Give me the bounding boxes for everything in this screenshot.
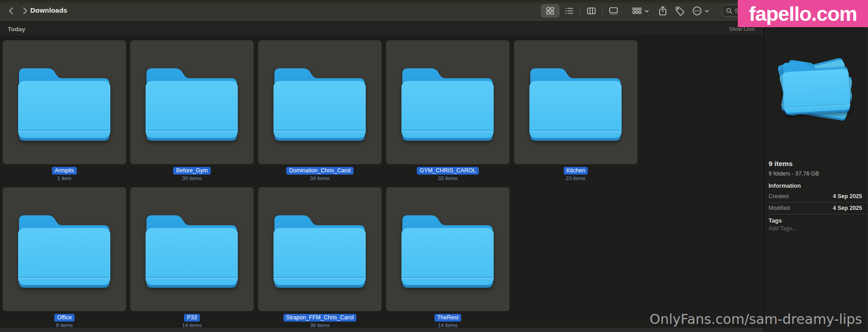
folder-icon bbox=[142, 205, 241, 291]
divider bbox=[769, 214, 868, 214]
folder-tile[interactable] bbox=[258, 187, 382, 311]
folder-tile[interactable] bbox=[258, 40, 382, 164]
folder-tile[interactable] bbox=[130, 40, 254, 164]
icon-view-button[interactable] bbox=[541, 4, 560, 18]
created-row: Created 4 Sep 2025 bbox=[769, 193, 862, 201]
folder-tile[interactable] bbox=[3, 187, 126, 311]
folder-cell: Office 8 items bbox=[3, 187, 126, 328]
back-button[interactable] bbox=[5, 4, 18, 18]
chevron-down-icon bbox=[704, 9, 709, 14]
folder-name-label[interactable]: GYM_CHRIS_CAROL bbox=[417, 167, 478, 175]
column-view-button[interactable] bbox=[582, 4, 601, 18]
share-button[interactable] bbox=[655, 4, 670, 18]
folder-item-count: 32 items bbox=[386, 175, 509, 181]
folder-name-label[interactable]: P33 bbox=[184, 314, 199, 322]
add-tags-field[interactable]: Add Tags... bbox=[769, 225, 797, 232]
modified-label: Modified bbox=[769, 205, 790, 211]
folder-tile[interactable] bbox=[386, 187, 509, 311]
folder-icon bbox=[270, 205, 369, 291]
folder-item-count: 30 items bbox=[130, 175, 254, 181]
gallery-view-icon bbox=[609, 6, 618, 16]
gallery-view-button[interactable] bbox=[604, 4, 623, 18]
tags-button[interactable] bbox=[672, 4, 688, 18]
folder-cell: GYM_CHRIS_CAROL 32 items bbox=[386, 40, 509, 181]
folder-grid: Armpits 1 item Before_Gym 30 items Domin… bbox=[0, 0, 764, 332]
status-bar bbox=[0, 327, 868, 332]
folder-icon bbox=[526, 58, 625, 144]
finder-window: Downloads bbox=[0, 0, 868, 332]
group-icon bbox=[632, 5, 642, 16]
toolbar-divider bbox=[580, 7, 580, 15]
divider bbox=[769, 202, 868, 203]
folder-icon bbox=[14, 58, 114, 144]
selection-count: 9 items bbox=[769, 160, 793, 168]
folder-item-count: 23 items bbox=[514, 175, 637, 181]
information-header: Information bbox=[769, 182, 801, 189]
folder-icon bbox=[270, 58, 369, 144]
folder-icon bbox=[398, 205, 497, 291]
forward-button[interactable] bbox=[18, 4, 32, 18]
selection-summary: 9 folders - 37,76 GB bbox=[769, 171, 819, 177]
tags-header: Tags bbox=[769, 217, 782, 224]
section-title: Today bbox=[8, 26, 25, 33]
folder-tile[interactable] bbox=[130, 187, 254, 311]
folder-name-label[interactable]: Armpits bbox=[52, 167, 76, 175]
folder-cell: Strapon_FFM_Chris_Carol 36 items bbox=[258, 187, 382, 328]
folder-cell: Before_Gym 30 items bbox=[130, 40, 254, 181]
watermark-banner-text: fapello.com bbox=[749, 4, 857, 24]
folder-icon bbox=[779, 52, 854, 118]
preview-panel: 9 items 9 folders - 37,76 GB Information… bbox=[764, 22, 868, 332]
column-view-icon bbox=[586, 6, 596, 16]
tag-icon bbox=[675, 5, 685, 16]
folder-cell: Kitchen 23 items bbox=[514, 40, 637, 181]
watermark-banner: fapello.com bbox=[738, 0, 868, 27]
share-icon bbox=[657, 5, 668, 16]
folder-cell: Domination_Chris_Carol 34 items bbox=[258, 40, 382, 181]
watermark-bottom-text: OnlyFans.com/sam-dreamy-lips bbox=[650, 311, 862, 327]
folder-cell: P33 14 items bbox=[130, 187, 254, 328]
folder-name-label[interactable]: Domination_Chris_Carol bbox=[286, 167, 353, 175]
view-switcher bbox=[541, 4, 623, 18]
grid-view-icon bbox=[545, 6, 555, 16]
modified-row: Modified 4 Sep 2025 bbox=[769, 205, 862, 213]
folder-tile[interactable] bbox=[514, 40, 637, 164]
folder-tile[interactable] bbox=[386, 40, 509, 164]
toolbar-divider bbox=[602, 7, 603, 15]
folders-stack-preview bbox=[777, 48, 856, 129]
folder-cell: TheRest 14 items bbox=[386, 187, 509, 328]
created-value: 4 Sep 2025 bbox=[833, 193, 862, 199]
folder-item-count: 1 item bbox=[3, 175, 126, 181]
folder-item-count: 34 items bbox=[258, 175, 382, 181]
folder-name-label[interactable]: Strapon_FFM_Chris_Carol bbox=[283, 314, 356, 322]
folder-cell: Armpits 1 item bbox=[3, 40, 126, 181]
more-actions-button[interactable] bbox=[689, 4, 712, 18]
folder-icon bbox=[398, 58, 497, 144]
chevron-right-icon bbox=[20, 6, 29, 15]
ellipsis-circle-icon bbox=[692, 5, 703, 16]
search-icon bbox=[726, 7, 732, 14]
chevron-down-icon bbox=[644, 9, 649, 14]
list-view-button[interactable] bbox=[560, 4, 579, 18]
window-title: Downloads bbox=[30, 6, 67, 14]
folder-name-label[interactable]: Kitchen bbox=[564, 167, 588, 175]
group-button[interactable] bbox=[628, 4, 652, 18]
modified-value: 4 Sep 2025 bbox=[833, 205, 862, 211]
section-header: Today Show Less bbox=[0, 22, 764, 36]
folder-name-label[interactable]: Before_Gym bbox=[173, 167, 210, 175]
list-view-icon bbox=[564, 6, 574, 16]
chevron-left-icon bbox=[7, 6, 16, 15]
folder-icon bbox=[14, 205, 114, 291]
folder-icon bbox=[142, 58, 241, 144]
folder-tile[interactable] bbox=[3, 40, 126, 164]
folder-name-label[interactable]: Office bbox=[54, 314, 74, 322]
folder-name-label[interactable]: TheRest bbox=[434, 314, 461, 322]
created-label: Created bbox=[769, 193, 788, 199]
